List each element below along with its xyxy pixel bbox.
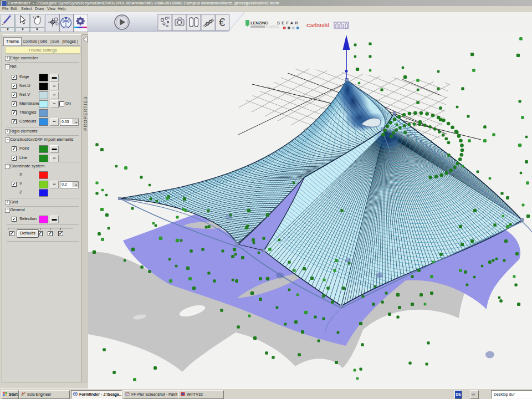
svg-text:€: € — [219, 16, 225, 28]
svg-text:CarlStahl: CarlStahl — [306, 23, 329, 28]
svg-text:PROPERTIES: PROPERTIES — [83, 96, 88, 131]
svg-text:SEFAR: SEFAR — [277, 21, 300, 25]
